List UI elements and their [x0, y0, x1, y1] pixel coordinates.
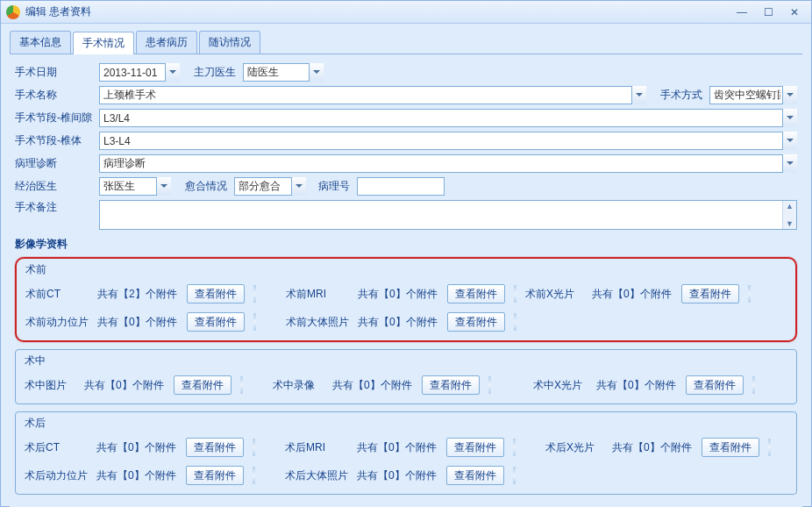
preop-mri-count: 共有【0】个附件 [358, 287, 438, 302]
separator [488, 376, 491, 394]
surgery-name-dropdown-icon[interactable] [631, 86, 646, 104]
postop-xray-view-button[interactable]: 查看附件 [702, 438, 759, 457]
preop-xray-label: 术前X光片 [525, 287, 583, 302]
pathology-label: 病理诊断 [15, 156, 96, 171]
surgery-date-dropdown-icon[interactable] [165, 63, 180, 82]
intraop-pic-count: 共有【0】个附件 [84, 378, 165, 393]
segment-body-dropdown-icon[interactable] [782, 132, 797, 150]
healing-label: 愈合情况 [175, 179, 231, 194]
postop-mri-view-button[interactable]: 查看附件 [446, 438, 504, 457]
preop-gross-count: 共有【0】个附件 [358, 315, 438, 330]
pathology-dropdown-icon[interactable] [782, 154, 797, 173]
intraop-video-count: 共有【0】个附件 [332, 378, 413, 393]
separator [768, 439, 771, 456]
close-button[interactable]: ✕ [783, 5, 806, 19]
postop-gross-label: 术后大体照片 [285, 468, 348, 483]
intraop-video-label: 术中录像 [273, 378, 324, 393]
preop-gross-view-button[interactable]: 查看附件 [447, 312, 505, 332]
separator [514, 313, 516, 331]
postop-mri-label: 术后MRI [285, 440, 348, 455]
intraop-pic-label: 术中图片 [25, 378, 75, 393]
separator [253, 285, 256, 303]
preop-dyn-count: 共有【0】个附件 [97, 315, 178, 330]
segment-gap-label: 手术节段-椎间隙 [15, 111, 96, 125]
surgery-date-label: 手术日期 [15, 65, 96, 80]
notes-wrapper: ▲ ▼ [99, 200, 797, 230]
segment-gap-dropdown-icon[interactable] [782, 109, 797, 127]
separator [752, 376, 755, 394]
separator [514, 285, 516, 303]
separator [513, 439, 516, 456]
separator [748, 285, 751, 303]
preop-xray-count: 共有【0】个附件 [592, 287, 673, 302]
window-controls: — ☐ ✕ [730, 5, 806, 19]
surgery-name-input[interactable] [99, 86, 646, 104]
notes-scrollbar[interactable]: ▲ ▼ [782, 201, 796, 229]
scroll-up-icon[interactable]: ▲ [786, 201, 794, 211]
pathology-input[interactable] [99, 154, 797, 173]
preop-title: 术前 [25, 262, 787, 277]
intraop-xray-view-button[interactable]: 查看附件 [686, 375, 744, 395]
intraop-xray-label: 术中X光片 [533, 378, 588, 393]
surgeon-dropdown-icon[interactable] [309, 63, 324, 82]
surgery-panel: 手术日期 主刀医生 手术名称 手术方式 [10, 54, 802, 507]
notes-textarea[interactable] [100, 201, 782, 229]
tabs: 基本信息 手术情况 患者病历 随访情况 [10, 31, 802, 54]
tab-basic-info[interactable]: 基本信息 [10, 31, 71, 54]
separator [513, 467, 516, 484]
segment-body-label: 手术节段-椎体 [15, 133, 96, 148]
postop-ct-view-button[interactable]: 查看附件 [186, 438, 244, 457]
separator [253, 467, 255, 484]
postop-dyn-view-button[interactable]: 查看附件 [186, 466, 244, 485]
segment-gap-input[interactable] [99, 109, 797, 127]
intraop-group: 术中 术中图片 共有【0】个附件 查看附件 术中录像 共有【0】个附件 查看附件… [15, 349, 797, 404]
healing-dropdown-icon[interactable] [291, 177, 306, 196]
attending-dropdown-icon[interactable] [156, 177, 171, 196]
preop-dyn-view-button[interactable]: 查看附件 [187, 312, 245, 332]
imaging-heading: 影像学资料 [15, 237, 797, 252]
minimize-button[interactable]: — [730, 5, 753, 19]
postop-title: 术后 [25, 416, 787, 431]
intraop-pic-view-button[interactable]: 查看附件 [174, 375, 231, 395]
separator [253, 313, 256, 331]
attending-label: 经治医生 [15, 179, 96, 194]
postop-gross-view-button[interactable]: 查看附件 [446, 466, 504, 485]
tab-surgery-info[interactable]: 手术情况 [73, 32, 134, 54]
preop-group: 术前 术前CT 共有【2】个附件 查看附件 术前MRI 共有【0】个附件 查看附… [15, 257, 797, 342]
pathno-label: 病理号 [310, 179, 353, 194]
preop-mri-view-button[interactable]: 查看附件 [447, 284, 505, 303]
preop-xray-view-button[interactable]: 查看附件 [681, 284, 739, 303]
postop-mri-count: 共有【0】个附件 [357, 440, 438, 455]
intraop-video-view-button[interactable]: 查看附件 [422, 375, 480, 395]
maximize-button[interactable]: ☐ [757, 5, 780, 19]
postop-xray-label: 术后X光片 [545, 440, 603, 455]
intraop-xray-count: 共有【0】个附件 [596, 378, 677, 393]
separator [240, 376, 243, 394]
preop-mri-label: 术前MRI [286, 287, 349, 302]
preop-ct-count: 共有【2】个附件 [97, 287, 178, 302]
surgeon-label: 主刀医生 [183, 65, 239, 80]
surgery-method-label: 手术方式 [650, 88, 706, 103]
preop-gross-label: 术前大体照片 [286, 315, 349, 330]
preop-dyn-label: 术前动力位片 [25, 315, 89, 330]
separator [253, 439, 255, 456]
postop-xray-count: 共有【0】个附件 [612, 440, 693, 455]
preop-ct-view-button[interactable]: 查看附件 [187, 284, 245, 303]
postop-dyn-count: 共有【0】个附件 [96, 468, 177, 483]
postop-dyn-label: 术后动力位片 [25, 468, 88, 483]
surgery-method-dropdown-icon[interactable] [782, 86, 797, 104]
content-area: 基本信息 手术情况 患者病历 随访情况 手术日期 主刀医生 [1, 24, 811, 507]
postop-group: 术后 术后CT 共有【0】个附件 查看附件 术后MRI 共有【0】个附件 查看附… [15, 411, 797, 495]
window-title: 编辑 患者资料 [25, 4, 91, 19]
tab-followup[interactable]: 随访情况 [199, 31, 260, 54]
postop-ct-count: 共有【0】个附件 [96, 440, 177, 455]
tab-medical-record[interactable]: 患者病历 [136, 31, 197, 54]
app-window: 编辑 患者资料 — ☐ ✕ 基本信息 手术情况 患者病历 随访情况 手术日期 主… [0, 0, 812, 507]
notes-label: 手术备注 [15, 200, 96, 215]
segment-body-input[interactable] [99, 132, 797, 150]
titlebar: 编辑 患者资料 — ☐ ✕ [1, 1, 811, 24]
pathno-input[interactable] [357, 177, 445, 196]
scroll-down-icon[interactable]: ▼ [786, 218, 794, 229]
postop-gross-count: 共有【0】个附件 [357, 468, 438, 483]
intraop-title: 术中 [25, 353, 787, 368]
